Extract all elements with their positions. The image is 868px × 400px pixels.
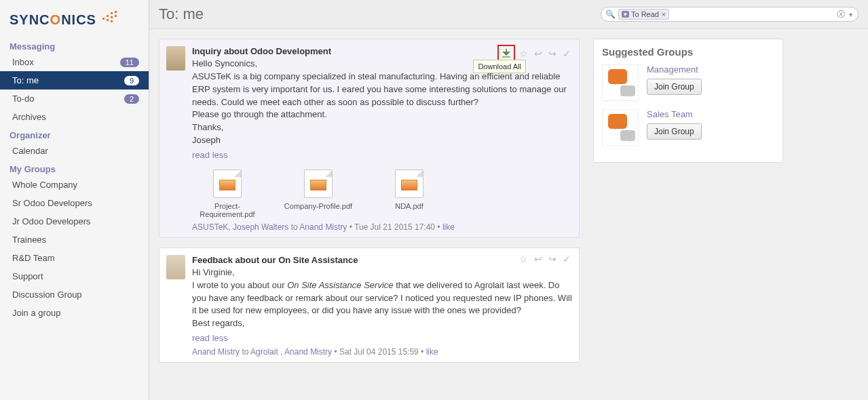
search-input[interactable] bbox=[669, 8, 835, 20]
sidebar-item-trainees[interactable]: Trainees bbox=[0, 231, 149, 249]
logo-dots-icon bbox=[101, 9, 119, 23]
message-feed: Inquiry about Odoo Development Hello Syn… bbox=[159, 39, 580, 391]
attachment-name: NDA.pdf bbox=[374, 202, 445, 210]
star-icon[interactable]: ☆ bbox=[518, 48, 529, 60]
like-link[interactable]: like bbox=[442, 222, 455, 232]
sidebar-label: Archives bbox=[12, 112, 46, 122]
section-organizer: Organizer bbox=[0, 126, 149, 142]
side-panel: Suggested Groups Management Join Group S… bbox=[593, 39, 783, 391]
download-all-tooltip: Download All bbox=[473, 60, 526, 73]
sidebar-label: To-do bbox=[12, 94, 35, 104]
attachment[interactable]: Company-Profile.pdf bbox=[283, 169, 354, 218]
file-icon bbox=[395, 169, 423, 198]
sidebar-item-jr-odoo[interactable]: Jr Odoo Developers bbox=[0, 212, 149, 231]
sidebar-label: Jr Odoo Developers bbox=[12, 216, 91, 226]
reply-icon[interactable]: ↩ bbox=[532, 254, 544, 265]
body-line2: Please go through the attachment. bbox=[192, 109, 327, 119]
meta-to-label: to bbox=[242, 347, 248, 357]
like-link[interactable]: like bbox=[426, 347, 438, 357]
badge: 2 bbox=[124, 94, 139, 104]
sidebar-label: Calendar bbox=[12, 146, 48, 156]
message-title: Feedback about our On Site Assistance bbox=[192, 255, 572, 265]
forward-icon[interactable]: ↪ bbox=[546, 254, 558, 265]
sidebar-item-todo[interactable]: To-do 2 bbox=[0, 89, 149, 108]
read-less-link[interactable]: read less bbox=[192, 150, 228, 160]
file-icon bbox=[304, 169, 333, 198]
body-pre: I wrote to you about our bbox=[192, 280, 287, 290]
group-row: Sales Team Join Group bbox=[602, 109, 774, 146]
sidebar-item-to-me[interactable]: To: me 9 bbox=[0, 71, 149, 89]
meta-to-person[interactable]: Anand Mistry bbox=[284, 347, 332, 357]
sidebar-label: Support bbox=[12, 271, 43, 281]
sidebar: SYNCONICS Messaging Inbox 11 To: me 9 To… bbox=[0, 0, 149, 400]
message-meta: Anand Mistry to Agrolait , Anand Mistry … bbox=[192, 347, 572, 357]
star-icon[interactable]: ☆ bbox=[518, 254, 529, 265]
sidebar-item-support[interactable]: Support bbox=[0, 267, 149, 285]
sidebar-item-whole-company[interactable]: Whole Company bbox=[0, 176, 149, 194]
sidebar-label: Join a group bbox=[12, 308, 61, 318]
logo-text-1: SYNC bbox=[10, 12, 50, 27]
attachment[interactable]: Project-Requirement.pdf bbox=[192, 169, 263, 218]
check-icon[interactable]: ✓ bbox=[561, 254, 572, 265]
sidebar-label: Whole Company bbox=[12, 180, 77, 190]
group-avatar-icon bbox=[602, 64, 639, 101]
join-group-button[interactable]: Join Group bbox=[647, 123, 702, 140]
search-icon: 🔍 bbox=[605, 9, 616, 19]
reply-icon[interactable]: ↩ bbox=[532, 48, 544, 60]
message-meta: ASUSTeK, Joseph Walters to Anand Mistry … bbox=[192, 222, 572, 232]
signoff: Thanks, bbox=[192, 122, 223, 132]
message-card: Feedback about our On Site Assistance Hi… bbox=[159, 247, 580, 363]
sidebar-item-join-group[interactable]: Join a group bbox=[0, 304, 149, 322]
badge: 9 bbox=[124, 76, 139, 85]
group-row: Management Join Group bbox=[602, 64, 774, 101]
avatar bbox=[166, 46, 185, 71]
meta-from-company[interactable]: ASUSTeK, bbox=[192, 222, 231, 232]
meta-from-person[interactable]: Anand Mistry bbox=[192, 347, 240, 357]
sidebar-label: Trainees bbox=[12, 235, 46, 245]
forward-icon[interactable]: ↪ bbox=[546, 48, 558, 60]
sidebar-item-discussion[interactable]: Discussion Group bbox=[0, 285, 149, 304]
read-less-link[interactable]: read less bbox=[192, 333, 228, 343]
panel-title: Suggested Groups bbox=[602, 46, 774, 58]
sidebar-item-rd-team[interactable]: R&D Team bbox=[0, 249, 149, 267]
join-group-button[interactable]: Join Group bbox=[647, 79, 702, 95]
sidebar-label: Sr Odoo Developers bbox=[12, 198, 92, 208]
search-clear-icon[interactable]: ⓧ bbox=[835, 9, 846, 20]
search-filter-chip[interactable]: ▾ To Read × bbox=[618, 9, 669, 20]
message-actions: ☆ ↩ ↪ ✓ bbox=[518, 254, 572, 265]
sidebar-label: R&D Team bbox=[12, 253, 55, 263]
sidebar-label: To: me bbox=[12, 75, 39, 85]
search-dropdown-icon[interactable]: ▾ bbox=[846, 11, 855, 18]
meta-to-company[interactable]: Agrolait bbox=[250, 347, 278, 357]
sidebar-item-inbox[interactable]: Inbox 11 bbox=[0, 53, 149, 71]
logo-text-2: O bbox=[50, 12, 62, 27]
message-card: Inquiry about Odoo Development Hello Syn… bbox=[159, 39, 580, 238]
svg-rect-0 bbox=[502, 56, 510, 58]
file-icon bbox=[213, 169, 242, 198]
sidebar-item-sr-odoo[interactable]: Sr Odoo Developers bbox=[0, 194, 149, 212]
meta-timestamp: Sat Jul 04 2015 15:59 bbox=[339, 347, 419, 357]
meta-to-label: to bbox=[291, 222, 298, 232]
search-box[interactable]: 🔍 ▾ To Read × ⓧ ▾ bbox=[601, 7, 858, 22]
attachment-name: Project-Requirement.pdf bbox=[192, 202, 263, 218]
download-icon bbox=[501, 48, 512, 59]
attachment[interactable]: NDA.pdf bbox=[374, 169, 445, 218]
group-name[interactable]: Management bbox=[647, 64, 702, 75]
greeting: Hi Virginie, bbox=[192, 267, 235, 277]
funnel-icon: ▾ bbox=[622, 11, 629, 18]
greeting: Hello Synconics, bbox=[192, 58, 257, 68]
meta-timestamp: Tue Jul 21 2015 17:40 bbox=[354, 222, 435, 232]
topbar: To: me 🔍 ▾ To Read × ⓧ ▾ bbox=[149, 0, 868, 29]
logo: SYNCONICS bbox=[0, 7, 149, 37]
filter-chip-remove-icon[interactable]: × bbox=[662, 11, 666, 18]
sidebar-label: Discussion Group bbox=[12, 289, 82, 300]
group-name[interactable]: Sales Team bbox=[647, 109, 702, 119]
body: ASUSTeK is a big company specialized in … bbox=[192, 71, 567, 107]
page-title: To: me bbox=[159, 5, 204, 23]
meta-to-person[interactable]: Anand Mistry bbox=[299, 222, 347, 232]
meta-from-person[interactable]: Joseph Walters bbox=[233, 222, 288, 232]
message-text: Hi Virginie, I wrote to you about our On… bbox=[192, 266, 572, 330]
sidebar-item-calendar[interactable]: Calendar bbox=[0, 142, 149, 160]
sidebar-item-archives[interactable]: Archives bbox=[0, 108, 149, 126]
check-icon[interactable]: ✓ bbox=[561, 48, 572, 60]
